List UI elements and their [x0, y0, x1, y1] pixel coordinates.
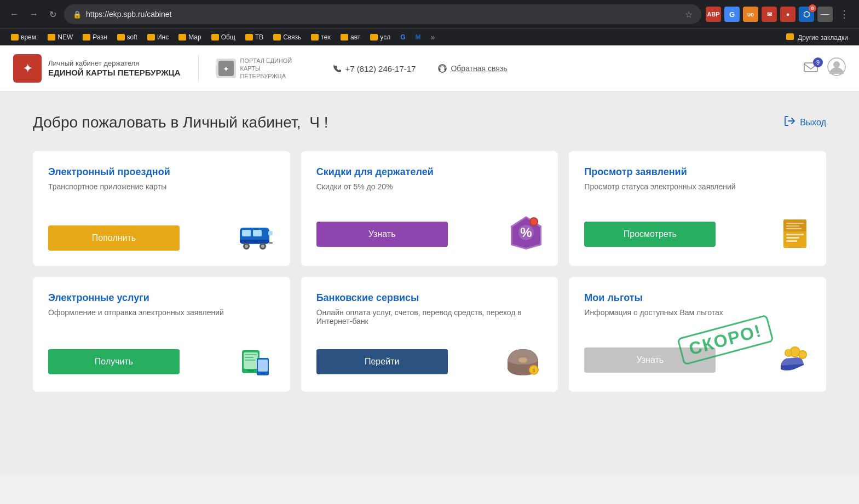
bookmark-tv[interactable]: ТВ — [241, 32, 268, 43]
card-bottom: Пополнить — [48, 223, 275, 253]
svg-point-49 — [799, 351, 806, 358]
svg-rect-29 — [786, 225, 799, 227]
svg-rect-5 — [439, 68, 441, 71]
services-icon — [239, 345, 275, 379]
bookmarks-bar: врем. NEW Разн soft Инс Мар Общ ТВ Связь… — [0, 28, 859, 45]
ext-uo[interactable]: uo — [743, 7, 758, 22]
svg-point-17 — [261, 245, 264, 248]
bookmark-svyaz[interactable]: Связь — [269, 32, 305, 43]
benefits-icon — [775, 341, 811, 379]
bookmark-usl[interactable]: усл — [366, 32, 395, 43]
card-title: Электронные услуги — [48, 292, 275, 304]
back-button[interactable]: ← — [7, 7, 22, 21]
svg-rect-27 — [786, 240, 797, 242]
logo-text-top: Личный кабинет держателя — [48, 59, 181, 68]
star-icon[interactable]: ☆ — [685, 9, 693, 20]
card-title: Просмотр заявлений — [584, 166, 811, 178]
svg-rect-13 — [240, 240, 269, 243]
card-bottom: Просмотреть — [584, 215, 811, 253]
card-btn-pass[interactable]: Пополнить — [48, 225, 180, 251]
address-bar[interactable]: 🔒 ☆ — [64, 4, 701, 24]
card-benefits: Мои льготы Информация о доступных Вам ль… — [569, 277, 826, 392]
bookmark-soft[interactable]: soft — [113, 32, 142, 43]
ext-mail[interactable]: ✉ — [762, 7, 777, 22]
welcome-section: Добро пожаловать в Личный кабинет, Ч ! В… — [33, 114, 826, 131]
bookmark-tex[interactable]: тех — [307, 32, 335, 43]
bookmark-ins[interactable]: Инс — [143, 32, 173, 43]
card-services: Электронные услуги Оформление и отправка… — [33, 277, 290, 392]
user-initial: Ч ! — [309, 114, 328, 131]
messages-button[interactable]: 9 — [803, 61, 818, 76]
bookmark-avt[interactable]: авт — [336, 32, 365, 43]
header-phone: +7 (812) 246-17-17 — [332, 63, 416, 73]
bookmark-folder-icon — [211, 34, 219, 40]
svg-rect-30 — [786, 228, 802, 229]
bookmark-obsh[interactable]: Общ — [207, 32, 240, 43]
svg-rect-26 — [786, 237, 799, 239]
feedback-link[interactable]: Обратная связь — [437, 63, 507, 73]
svg-rect-36 — [261, 373, 265, 374]
bus-icon — [238, 223, 275, 253]
svg-rect-18 — [268, 231, 273, 235]
reload-button[interactable]: ↻ — [46, 7, 60, 22]
site-header: ✦ Личный кабинет держателя ЕДИНОЙ КАРТЫ … — [0, 45, 859, 92]
card-desc: Информация о доступных Вам льготах — [584, 308, 811, 330]
forward-button[interactable]: → — [26, 7, 42, 21]
ext-blue[interactable]: ⬡ 8 — [799, 7, 814, 22]
svg-text:✦: ✦ — [23, 62, 32, 74]
other-bookmarks[interactable]: Другие закладки — [782, 32, 852, 43]
profile-button[interactable]: — — [817, 7, 833, 22]
card-btn-view[interactable]: Просмотреть — [584, 222, 716, 247]
bookmark-vrem[interactable]: врем. — [7, 32, 42, 43]
headset-icon — [437, 63, 447, 73]
card-title: Скидки для держателей — [316, 166, 543, 178]
browser-menu-button[interactable]: ⋮ — [836, 6, 852, 22]
card-desc: Онлайн оплата услуг, счетов, перевод сре… — [316, 308, 543, 334]
logo-text-block: Личный кабинет держателя ЕДИНОЙ КАРТЫ ПЕ… — [48, 59, 181, 78]
logo-svg: ✦ — [17, 58, 38, 79]
bookmark-m[interactable]: М — [411, 32, 425, 43]
card-btn-services[interactable]: Получить — [48, 349, 180, 374]
bookmark-folder-icon — [178, 34, 186, 40]
document-icon — [781, 215, 811, 253]
bookmark-new[interactable]: NEW — [43, 32, 77, 43]
card-discounts: Скидки для держателей Скидки от 5% до 20… — [301, 151, 558, 266]
content-area: Добро пожаловать в Личный кабинет, Ч ! В… — [0, 92, 859, 475]
bookmark-folder-icon — [311, 34, 319, 40]
logo-icon: ✦ — [13, 54, 42, 83]
svg-rect-6 — [445, 68, 446, 71]
card-title: Электронный проездной — [48, 166, 275, 178]
browser-extensions: АВР G uo ✉ ● ⬡ 8 — ⋮ — [706, 6, 852, 22]
ext-gtranslate[interactable]: G — [724, 7, 740, 22]
feedback-label: Обратная связь — [451, 64, 507, 73]
svg-rect-35 — [258, 360, 268, 372]
card-btn-banking[interactable]: Перейти — [316, 349, 448, 374]
message-badge: 9 — [813, 57, 823, 67]
phone-number: +7 (812) 246-17-17 — [345, 64, 416, 73]
svg-point-42 — [518, 357, 527, 363]
ext-abp[interactable]: АВР — [706, 7, 721, 22]
bookmark-google[interactable]: G — [396, 32, 410, 43]
svg-rect-38 — [245, 357, 253, 358]
svg-text:✦: ✦ — [223, 65, 229, 73]
logo-text-bottom: ЕДИНОЙ КАРТЫ ПЕТЕРБУРЖЦА — [48, 68, 181, 78]
bookmark-folder-icon — [786, 33, 794, 40]
portal-logo-icon: ✦ — [216, 59, 236, 78]
bookmark-razn[interactable]: Разн — [78, 32, 111, 43]
card-desc: Скидки от 5% до 20% — [316, 182, 543, 204]
header-right: 9 — [803, 57, 846, 80]
logout-button[interactable]: Выход — [783, 115, 826, 130]
card-title: Банковские сервисы — [316, 292, 543, 304]
bookmark-more[interactable]: » — [426, 31, 440, 43]
card-btn-benefits: Узнать — [584, 347, 716, 373]
ext-red[interactable]: ● — [780, 7, 795, 22]
portal-logo: ✦ ПОРТАЛ ЕДИНОЙКАРТЫ ПЕТЕРБУРЖЦА — [216, 57, 306, 80]
bookmark-folder-icon — [147, 34, 155, 40]
url-input[interactable] — [86, 10, 681, 19]
card-btn-discounts[interactable]: Узнать — [316, 222, 448, 247]
svg-rect-11 — [242, 230, 251, 236]
svg-rect-12 — [253, 230, 262, 236]
bookmark-mar[interactable]: Мар — [174, 32, 205, 43]
user-avatar[interactable] — [827, 57, 846, 80]
header-divider — [198, 55, 199, 82]
